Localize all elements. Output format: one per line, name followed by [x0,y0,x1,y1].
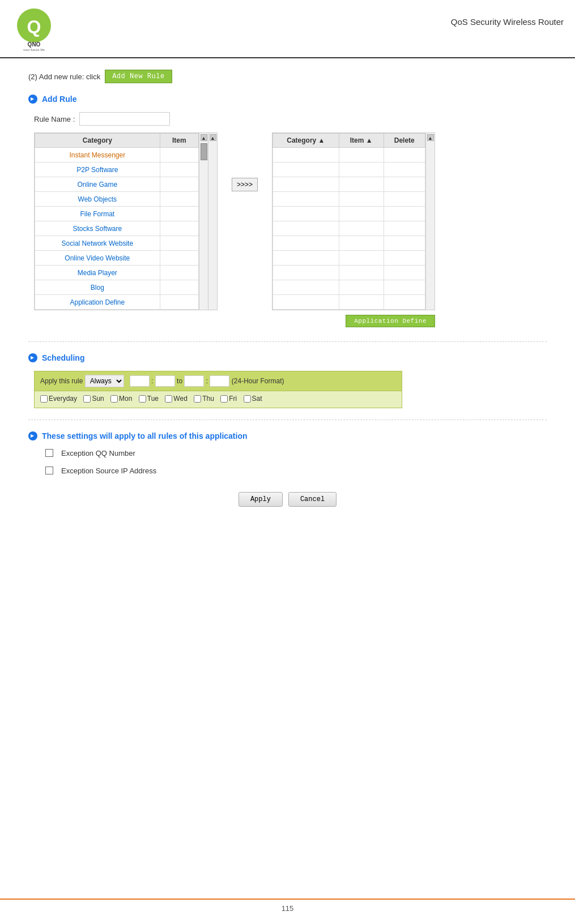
right-scroll-up[interactable]: ▲ [427,134,434,141]
sat-label[interactable]: Sat [244,395,262,403]
table-row[interactable]: Online Video Website [35,251,199,266]
table-row[interactable]: Blog [35,280,199,295]
rule-name-label: Rule Name : [34,115,75,123]
exception-qq-checkbox[interactable] [45,449,53,457]
svg-text:Q: Q [27,16,41,37]
scheduling-days-row: Everyday Sun Mon Tue Wed [35,391,402,408]
category-stocks-software[interactable]: Stocks Software [35,221,160,236]
category-p2p[interactable]: P2P Software [35,162,160,177]
table-row [273,280,425,295]
time-from-min[interactable] [155,375,175,387]
table-row[interactable]: Social Network Website [35,236,199,251]
time-to-min[interactable] [210,375,229,387]
exception-ip-label: Exception Source IP Address [61,467,156,475]
tables-area: Category Item Instant Messenger P2P Soft… [34,132,547,327]
category-file-format[interactable]: File Format [35,207,160,221]
category-social-network[interactable]: Social Network Website [35,236,160,251]
fri-checkbox[interactable] [220,395,228,403]
table-row[interactable]: Stocks Software [35,221,199,236]
table-row [273,177,425,192]
table-row[interactable]: File Format [35,207,199,221]
table-row[interactable]: Web Objects [35,192,199,207]
application-define-button[interactable]: Application Define [346,315,435,327]
svg-text:QNO: QNO [28,41,41,48]
rule-name-row: Rule Name : [34,112,547,126]
right-scrollbar[interactable]: ▲ [425,133,435,310]
tue-checkbox[interactable] [139,395,146,403]
table-row[interactable]: Online Game [35,177,199,192]
category-online-game[interactable]: Online Game [35,177,160,192]
divider-1 [28,341,547,342]
thu-label[interactable]: Thu [194,395,214,403]
add-rule-section-header: Add Rule [28,95,547,104]
table-row [273,207,425,221]
header-title: QoS Security Wireless Router [68,6,564,27]
right-table-scroll: Category ▲ Item ▲ Delete [272,132,435,310]
category-online-video[interactable]: Online Video Website [35,251,160,266]
category-blog[interactable]: Blog [35,280,160,295]
scheduling-title: Scheduling [42,353,84,362]
category-instant-messenger[interactable]: Instant Messenger [35,148,160,162]
page-footer: 115 [0,899,575,913]
sun-checkbox[interactable] [83,395,91,403]
exception-ip-item: Exception Source IP Address [45,467,547,475]
category-web-objects[interactable]: Web Objects [35,192,160,207]
table-row[interactable]: Application Define [35,295,199,310]
item-p2p [160,162,198,177]
scroll-up-arrow[interactable]: ▲ [201,134,207,141]
table-row[interactable]: Instant Messenger [35,148,199,162]
item-scroll-up[interactable]: ▲ [210,134,216,141]
wed-checkbox[interactable] [165,395,172,403]
settings-bullet [28,431,37,440]
cancel-button[interactable]: Cancel [288,492,337,507]
left-scrollbar[interactable]: ▲ [199,133,208,310]
thu-checkbox[interactable] [194,395,201,403]
table-row [273,236,425,251]
item-instant-messenger [160,148,198,162]
exception-ip-checkbox[interactable] [45,467,53,474]
category-media-player[interactable]: Media Player [35,266,160,280]
item-web-objects [160,192,198,207]
mon-label[interactable]: Mon [110,395,132,403]
right-item-header: Item ▲ [339,134,384,148]
item-scrollbar[interactable]: ▲ [208,133,217,310]
time-to-hour[interactable] [184,375,204,387]
fri-label[interactable]: Fri [220,395,237,403]
format-label: (24-Hour Format) [232,377,284,385]
add-new-rule-button[interactable]: Add New Rule [105,70,172,83]
item-online-game [160,177,198,192]
everyday-checkbox[interactable] [40,395,48,403]
scheduling-time-cell: Apply this rule Always : to : (24-Hour F… [35,371,402,391]
sun-label[interactable]: Sun [83,395,104,403]
scheduling-days-cell: Everyday Sun Mon Tue Wed [35,391,402,408]
arrow-btn-area: >>>> [223,178,266,191]
table-row [273,221,425,236]
apply-rule-label: Apply this rule [40,377,83,385]
action-buttons: Apply Cancel [28,492,547,507]
right-delete-header: Delete [384,134,425,148]
time-from-hour[interactable] [130,375,150,387]
mon-checkbox[interactable] [110,395,118,403]
wed-label[interactable]: Wed [165,395,187,403]
always-select[interactable]: Always [85,375,124,387]
add-rule-bullet [28,95,37,104]
table-row [273,148,425,162]
rule-name-input[interactable] [79,112,170,126]
category-app-define[interactable]: Application Define [35,295,160,310]
right-table-wrapper: Category ▲ Item ▲ Delete [272,132,435,327]
category-header: Category [35,134,160,148]
transfer-arrow-button[interactable]: >>>> [232,178,258,191]
tue-label[interactable]: Tue [139,395,159,403]
everyday-label[interactable]: Everyday [40,395,77,403]
table-row [273,295,425,310]
table-row[interactable]: P2P Software [35,162,199,177]
table-row[interactable]: Media Player [35,266,199,280]
main-content: (2) Add new rule: click Add New Rule Add… [0,58,575,518]
right-category-header: Category ▲ [273,134,339,148]
scheduling-bullet [28,353,37,362]
sat-checkbox[interactable] [244,395,251,403]
item-blog [160,280,198,295]
item-social-network [160,236,198,251]
apply-button[interactable]: Apply [238,492,283,507]
scheduling-section-header: Scheduling [28,353,547,362]
